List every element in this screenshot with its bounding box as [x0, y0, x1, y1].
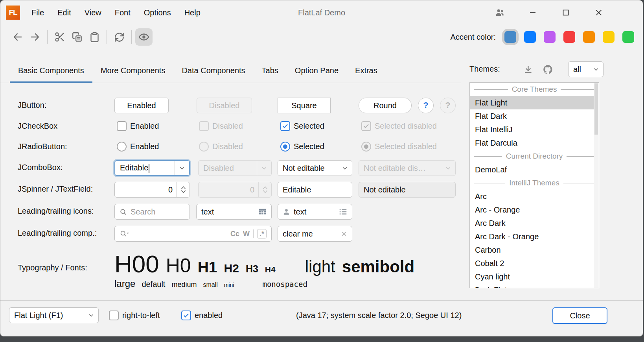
button-square[interactable]: Square — [278, 98, 331, 113]
back-button[interactable] — [9, 28, 26, 46]
chevron-down-icon[interactable] — [84, 312, 98, 318]
sample-h2: H2 — [224, 262, 239, 275]
combobox-editable[interactable]: Editable — [114, 160, 190, 176]
button-enabled[interactable]: Enabled — [114, 98, 169, 113]
field-separator — [253, 229, 254, 238]
accent-swatch-default[interactable] — [504, 31, 516, 43]
theme-item-arc-orange[interactable]: Arc - Orange — [470, 203, 599, 216]
accent-swatch-color — [544, 31, 556, 43]
button-round[interactable]: Round — [359, 98, 412, 113]
app-logo: FL — [6, 6, 20, 20]
laf-selector-combobox[interactable]: Flat Light (F1) — [9, 307, 99, 323]
theme-item-flat-intellij[interactable]: Flat IntelliJ — [470, 123, 599, 136]
menu-view[interactable]: View — [78, 8, 108, 17]
combobox-not-editable[interactable]: Not editable — [278, 160, 352, 176]
menu-font[interactable]: Font — [108, 8, 137, 17]
checkbox-enabled[interactable] — [117, 121, 127, 131]
theme-item-flat-dark[interactable]: Flat Dark — [470, 109, 599, 123]
theme-item-flat-light[interactable]: Flat Light — [470, 96, 599, 109]
textfield-with-calendar-icon[interactable]: text — [196, 204, 272, 220]
enabled-checkbox[interactable] — [181, 311, 191, 320]
help-button[interactable]: ? — [418, 98, 434, 113]
leading-trailing-icons-row-label: Leading/trailing icons: — [18, 207, 94, 216]
close-button[interactable]: Close — [552, 307, 607, 324]
textfield-not-editable: Not editable — [359, 182, 456, 198]
jcombobox-row-label: JComboBox: — [18, 163, 63, 172]
theme-item-cobalt-2[interactable]: Cobalt 2 — [470, 257, 599, 270]
accent-swatch-purple[interactable] — [544, 31, 556, 43]
tab-more-components[interactable]: More Components — [92, 59, 174, 83]
radio-enabled[interactable] — [117, 142, 127, 152]
search-field[interactable]: Search — [114, 204, 190, 220]
theme-item-carbon[interactable]: Carbon — [470, 243, 599, 257]
spinner[interactable]: 0 — [114, 182, 190, 198]
search-with-dropdown-icon[interactable] — [120, 230, 130, 238]
chevron-down-icon[interactable] — [175, 165, 189, 171]
list-menu-icon[interactable] — [339, 208, 347, 215]
toolbar-separator — [107, 30, 107, 44]
regex-toggle[interactable]: .* — [257, 229, 267, 238]
users-icon[interactable] — [490, 0, 509, 25]
person-icon — [283, 208, 290, 216]
themes-filter-combobox[interactable]: all — [568, 61, 604, 77]
menu-edit[interactable]: Edit — [51, 8, 77, 17]
github-icon[interactable] — [541, 63, 554, 76]
tab-tabs[interactable]: Tabs — [254, 59, 287, 83]
accent-swatch-orange[interactable] — [583, 31, 595, 43]
theme-item-arc-dark-orange[interactable]: Arc Dark - Orange — [470, 230, 599, 243]
textfield-editable[interactable]: Editable — [278, 182, 352, 198]
accent-swatch-color — [603, 31, 615, 43]
accent-swatch-green[interactable] — [622, 31, 634, 43]
radio-enabled-label: Enabled — [130, 142, 159, 151]
themes-scrollbar-thumb[interactable] — [594, 83, 598, 135]
forward-button[interactable] — [26, 28, 44, 46]
help-button-disabled: ? — [440, 98, 456, 113]
theme-item-arc[interactable]: Arc — [470, 190, 599, 203]
theme-item-flat-darcula[interactable]: Flat Darcula — [470, 136, 599, 150]
accent-swatch-red[interactable] — [563, 31, 575, 43]
checkbox-disabled — [199, 121, 209, 131]
maximize-button[interactable] — [556, 0, 575, 25]
right-to-left-checkbox[interactable] — [109, 311, 119, 320]
accent-swatch-color — [563, 31, 575, 43]
menu-help[interactable]: Help — [178, 8, 207, 17]
copy-button[interactable] — [68, 28, 86, 46]
close-window-button[interactable] — [589, 0, 608, 25]
theme-item-arc-dark[interactable]: Arc Dark — [470, 216, 599, 230]
textfield-with-person-icon[interactable]: text — [278, 204, 352, 220]
status-info-text: (Java 17; system scale factor 2.0; Segoe… — [296, 311, 462, 320]
download-icon[interactable] — [522, 63, 534, 76]
sample-h00: H00 — [114, 250, 159, 278]
radio-selected[interactable] — [280, 142, 290, 152]
clearable-field[interactable]: clear me — [278, 226, 352, 242]
chevron-down-icon[interactable] — [589, 66, 603, 72]
search-field-with-options[interactable]: Cc W .* — [114, 226, 272, 242]
tab-basic-components[interactable]: Basic Components — [10, 59, 92, 83]
refresh-button[interactable] — [110, 28, 128, 46]
menu-file[interactable]: File — [25, 8, 51, 17]
spinner-buttons[interactable] — [177, 182, 190, 197]
themes-scrollbar[interactable] — [594, 83, 599, 288]
tab-option-pane[interactable]: Option Pane — [287, 59, 347, 83]
paste-button[interactable] — [86, 28, 103, 46]
menu-options[interactable]: Options — [137, 8, 178, 17]
minimize-button[interactable] — [523, 0, 542, 25]
tab-extras[interactable]: Extras — [347, 59, 386, 83]
spinner-value[interactable]: 0 — [115, 182, 177, 197]
themes-separator-label: Current Directory — [506, 152, 563, 161]
whole-word-toggle[interactable]: W — [243, 230, 250, 238]
theme-item-dark-flat[interactable]: Dark Flat — [470, 283, 599, 288]
show-hidden-toggle-eye-icon[interactable] — [135, 28, 153, 46]
cut-button[interactable] — [51, 28, 68, 46]
table-calendar-icon[interactable] — [258, 208, 267, 216]
tab-data-components[interactable]: Data Components — [173, 59, 253, 83]
accent-color-label: Accent color: — [450, 33, 496, 42]
accent-swatch-yellow[interactable] — [603, 31, 615, 43]
match-case-toggle[interactable]: Cc — [230, 230, 239, 238]
accent-swatch-blue[interactable] — [524, 31, 536, 43]
clear-x-icon[interactable] — [341, 231, 347, 237]
theme-item-cyan-light[interactable]: Cyan light — [470, 270, 599, 283]
checkbox-selected[interactable] — [280, 121, 290, 131]
chevron-down-icon[interactable] — [338, 165, 352, 171]
theme-item-demolaf[interactable]: DemoLaf — [470, 163, 599, 176]
